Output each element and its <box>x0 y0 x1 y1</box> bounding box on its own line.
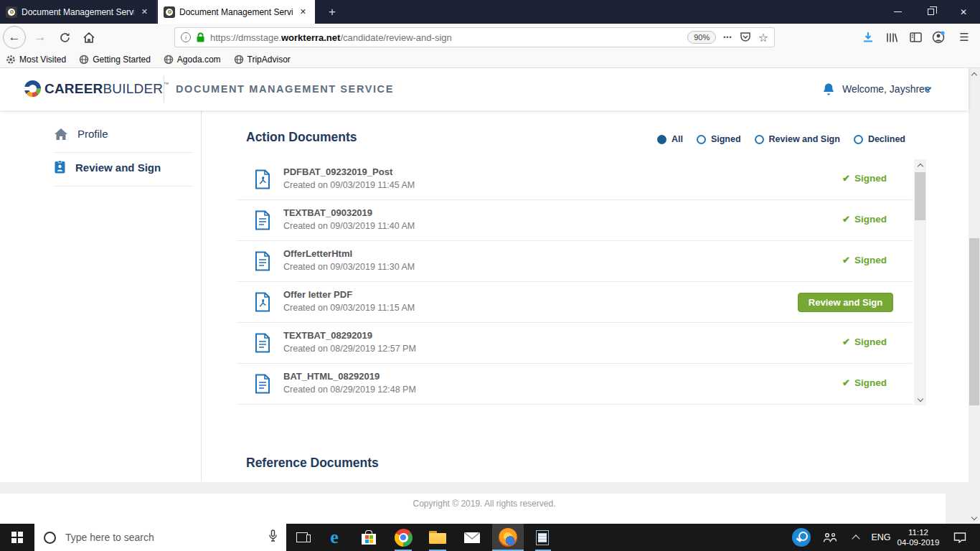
text-file-icon <box>255 210 270 233</box>
microphone-icon[interactable] <box>268 529 278 545</box>
scroll-up-arrow[interactable] <box>969 68 980 80</box>
zoom-level-badge[interactable]: 90% <box>687 31 716 44</box>
sidebar: Profile Review and Sign <box>0 110 202 481</box>
page-scrollbar[interactable] <box>969 68 980 524</box>
scroll-down-arrow[interactable] <box>914 394 926 405</box>
browser-tab-1[interactable]: Document Management Servic ✕ <box>0 0 157 24</box>
sidebar-toggle-icon <box>910 32 922 42</box>
radio-selected-icon[interactable] <box>657 135 666 144</box>
people-button[interactable] <box>818 524 842 551</box>
radio-icon[interactable] <box>755 135 764 144</box>
filter-all[interactable]: All <box>657 134 683 144</box>
start-button[interactable] <box>0 524 34 551</box>
reference-documents-title: Reference Documents <box>246 456 379 471</box>
menu-button[interactable]: ☰ <box>956 29 973 45</box>
taskbar-clock[interactable]: 11:12 04-09-2019 <box>895 524 941 551</box>
status-signed: ✔Signed <box>842 173 887 184</box>
url-text: https://dmsstage.workterra.net/candidate… <box>210 32 452 43</box>
taskbar-mail[interactable] <box>456 524 488 551</box>
globe-icon <box>79 55 89 65</box>
tab-close-icon[interactable]: ✕ <box>138 6 151 18</box>
new-tab-button[interactable]: + <box>321 0 343 24</box>
document-row[interactable]: OfferLetterHtml Created on 09/03/2019 11… <box>237 241 912 282</box>
language-indicator[interactable]: ENG <box>868 524 894 551</box>
filter-review-and-sign[interactable]: Review and Sign <box>755 134 840 144</box>
taskbar-edge[interactable]: e <box>319 524 350 551</box>
ssl-lock-icon[interactable] <box>196 32 205 43</box>
library-button[interactable] <box>883 29 900 45</box>
scroll-down-arrow[interactable] <box>969 512 980 524</box>
bookmark-getting-started[interactable]: Getting Started <box>79 55 151 65</box>
window-minimize-button[interactable] <box>881 0 914 24</box>
forward-button[interactable]: → <box>29 26 52 49</box>
taskbar-notepad[interactable] <box>527 524 558 551</box>
scrollbar-thumb[interactable] <box>915 172 925 220</box>
action-center-button[interactable] <box>946 524 974 551</box>
taskbar-firefox-active[interactable] <box>492 524 524 551</box>
window-restore-button[interactable] <box>914 0 947 24</box>
home-icon <box>55 128 67 140</box>
site-favicon <box>6 6 17 18</box>
text-file-icon <box>255 333 270 356</box>
chrome-icon <box>395 529 413 547</box>
bookmark-star-icon[interactable]: ☆ <box>758 31 768 44</box>
refresh-button[interactable] <box>53 26 76 49</box>
document-row[interactable]: Offer letter PDF Created on 09/03/2019 1… <box>237 282 912 323</box>
globe-icon <box>164 55 174 65</box>
review-and-sign-button[interactable]: Review and Sign <box>798 293 893 312</box>
notepad-icon <box>536 530 549 545</box>
account-icon <box>932 31 945 44</box>
tray-app-button[interactable] <box>789 524 814 551</box>
careerbuilder-logo[interactable]: CAREERBUILDER™ <box>44 81 169 97</box>
account-button[interactable] <box>930 29 947 45</box>
browser-tab-2-active[interactable]: Document Management Servic ✕ <box>158 0 315 24</box>
scrollbar-thumb[interactable] <box>969 238 979 405</box>
library-icon <box>886 32 898 43</box>
tab-title: Document Management Servic <box>22 7 134 17</box>
mail-icon <box>464 532 480 543</box>
status-signed: ✔Signed <box>842 377 887 388</box>
tab-close-icon[interactable]: ✕ <box>297 6 309 18</box>
user-menu[interactable]: Welcome, Jayshree <box>842 83 930 95</box>
text-file-icon <box>255 251 270 274</box>
downloads-button[interactable] <box>859 29 877 45</box>
filter-signed[interactable]: Signed <box>697 134 741 144</box>
document-row[interactable]: TEXTBAT_09032019 Created on 09/03/2019 1… <box>237 200 912 241</box>
document-row[interactable]: PDFBAT_09232019_Post Created on 09/03/20… <box>237 159 912 200</box>
taskbar-chrome[interactable] <box>387 524 419 551</box>
clock-time: 11:12 <box>908 527 928 537</box>
divider <box>55 186 192 187</box>
notifications-bell-icon[interactable] <box>822 83 835 99</box>
sidebar-item-profile[interactable]: Profile <box>55 128 108 140</box>
task-view-button[interactable] <box>286 524 318 551</box>
sidebar-item-review-and-sign[interactable]: Review and Sign <box>55 161 161 174</box>
window-close-button[interactable]: ✕ <box>947 0 980 24</box>
bookmark-agoda[interactable]: Agoda.com <box>164 55 221 65</box>
status-signed: ✔Signed <box>842 214 887 225</box>
home-button[interactable] <box>77 26 100 49</box>
taskbar-store[interactable] <box>353 524 385 551</box>
check-icon: ✔ <box>842 377 850 388</box>
firefox-icon <box>499 528 517 547</box>
scroll-up-arrow[interactable] <box>914 159 926 171</box>
radio-icon[interactable] <box>697 135 706 144</box>
document-row[interactable]: TEXTBAT_08292019 Created on 08/29/2019 1… <box>237 323 912 364</box>
address-bar[interactable]: i https://dmsstage.workterra.net/candida… <box>174 27 775 47</box>
taskbar-file-explorer[interactable] <box>422 524 453 551</box>
text-file-icon <box>255 374 270 397</box>
sidebars-button[interactable] <box>907 29 924 45</box>
page-info-icon[interactable]: i <box>181 32 191 42</box>
page-actions-icon[interactable]: ••• <box>723 34 732 41</box>
pocket-icon[interactable] <box>740 32 751 43</box>
filter-declined[interactable]: Declined <box>854 134 905 144</box>
back-button[interactable]: ← <box>3 26 26 49</box>
taskbar-search[interactable]: Type here to search <box>34 524 286 551</box>
tray-expand-button[interactable] <box>845 524 867 551</box>
search-placeholder: Type here to search <box>65 532 268 543</box>
document-list-scrollbar[interactable] <box>914 159 926 405</box>
document-row[interactable]: BAT_HTML_08292019 Created on 08/29/2019 … <box>237 364 912 405</box>
bookmark-tripadvisor[interactable]: TripAdvisor <box>234 55 291 65</box>
radio-icon[interactable] <box>854 135 863 144</box>
store-icon <box>362 530 376 545</box>
bookmark-most-visited[interactable]: Most Visited <box>6 55 66 65</box>
